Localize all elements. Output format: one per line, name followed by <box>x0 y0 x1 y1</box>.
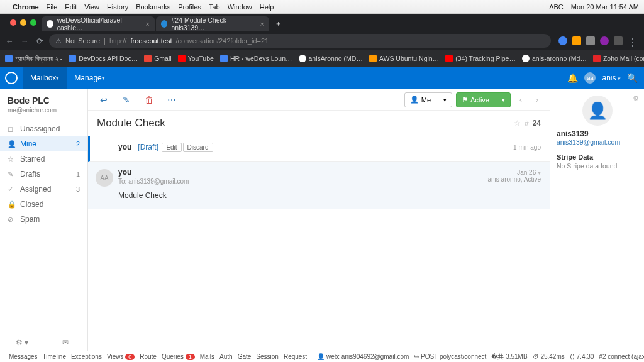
next-conversation-icon[interactable]: › <box>531 96 543 104</box>
discard-draft-button[interactable]: Discard <box>183 143 213 152</box>
sidebar-folder[interactable]: ⊘Spam <box>0 212 87 227</box>
bell-icon[interactable]: 🔔 <box>567 73 578 83</box>
url-host: freescout.test <box>130 37 172 45</box>
folder-label: Closed <box>20 200 43 209</box>
address-bar[interactable]: ⚠ Not Secure | http://freescout.test/con… <box>49 34 551 48</box>
chrome-toolbar: ← → ⟳ ⚠ Not Secure | http://freescout.te… <box>0 31 644 50</box>
debugbar-tab[interactable]: Mails <box>200 353 214 360</box>
mac-menu-view[interactable]: View <box>84 3 99 11</box>
debugbar-tab[interactable]: Views 0 <box>107 353 135 360</box>
bookmark-item[interactable]: anisAronno (MD… <box>299 55 363 62</box>
debugbar-tab[interactable]: Queries 1 <box>162 353 195 360</box>
extension-icon[interactable] <box>586 36 595 45</box>
back-icon[interactable]: ← <box>4 36 15 46</box>
nav-mailbox[interactable]: Mailbox <box>23 67 67 89</box>
star-icon[interactable]: ☆ <box>514 119 521 128</box>
thread-menu-icon[interactable]: ▾ <box>538 169 541 176</box>
debugbar-tab[interactable]: Request <box>284 353 307 360</box>
close-icon[interactable]: × <box>146 20 150 28</box>
mac-menubar: Chrome File Edit View History Bookmarks … <box>0 0 644 14</box>
message-thread-item[interactable]: AA you To: anis3139@gmail.com Jan 26 ▾ a… <box>88 162 550 209</box>
app-logo-icon[interactable] <box>0 67 23 89</box>
bookmark-item[interactable]: Zoho Mail (contac… <box>593 55 644 62</box>
bookmark-item[interactable]: YouTube <box>178 55 214 62</box>
edit-draft-button[interactable]: Edit <box>162 143 181 152</box>
folder-count: 1 <box>76 170 80 178</box>
sidebar-folder[interactable]: ◻Unassigned <box>0 121 87 136</box>
note-icon[interactable]: ✎ <box>117 92 136 108</box>
folder-icon: 🔒 <box>8 200 15 209</box>
customer-name[interactable]: anis3139 <box>557 129 638 138</box>
customer-email[interactable]: anis3139@gmail.com <box>557 138 638 146</box>
debugbar-time: ⏱ 25.42ms <box>533 353 565 360</box>
mac-menu-tab[interactable]: Tab <box>209 3 220 11</box>
user-menu[interactable]: anis <box>602 74 621 82</box>
assignee-dropdown[interactable]: 👤 Me <box>404 92 452 107</box>
bookmark-item[interactable]: AWS Ubuntu Ngin… <box>369 55 439 62</box>
debugbar-tab[interactable]: Session <box>256 353 279 360</box>
debugbar-tab[interactable]: Gate <box>238 353 252 360</box>
reply-icon[interactable]: ↩ <box>94 92 113 108</box>
mac-menu-edit[interactable]: Edit <box>65 3 77 11</box>
window-close-icon[interactable] <box>10 19 16 26</box>
bookmark-item[interactable]: Gmail <box>144 55 171 62</box>
prev-conversation-icon[interactable]: ‹ <box>514 96 527 104</box>
mac-app-name[interactable]: Chrome <box>13 3 39 11</box>
reload-icon[interactable]: ⟳ <box>34 36 45 46</box>
bookmarks-bar: প্রাথমিক বিদ্যালয় ২ - DevDocs API Doc… … <box>0 50 644 67</box>
browser-tab[interactable]: weDevsOfficial/laravel-cashie… × <box>42 16 155 31</box>
bookmark-item[interactable]: anis-aronno (Md… <box>522 55 587 62</box>
bookmark-item[interactable]: HR ‹ weDevs Loun… <box>220 55 292 62</box>
github-icon <box>47 20 53 28</box>
window-minimize-icon[interactable] <box>20 19 26 26</box>
mac-menu-window[interactable]: Window <box>228 3 252 11</box>
mac-menu-profiles[interactable]: Profiles <box>178 3 201 11</box>
security-label: Not Secure <box>65 37 100 45</box>
new-tab-button[interactable]: ＋ <box>270 16 286 31</box>
debugbar[interactable]: Messages Timeline Exceptions Views 0 Rou… <box>0 351 644 362</box>
sidebar-folder[interactable]: 👤Mine2 <box>0 136 87 151</box>
mailbox-name[interactable]: Bode PLC <box>8 96 80 106</box>
sidebar-folder[interactable]: ☆Starred <box>0 151 87 167</box>
chrome-menu-icon[interactable]: ⋮ <box>628 36 636 45</box>
mac-menu-history[interactable]: History <box>107 3 128 11</box>
gear-icon[interactable]: ⚙ <box>633 94 639 102</box>
folder-label: Spam <box>20 215 40 224</box>
debugbar-tab[interactable]: Route <box>140 353 157 360</box>
compose-icon[interactable]: ✉ <box>44 334 88 351</box>
debugbar-tab[interactable]: Exceptions <box>71 353 102 360</box>
nav-manage[interactable]: Manage <box>67 67 112 89</box>
mac-menu-file[interactable]: File <box>47 3 58 11</box>
menubar-input-source[interactable]: ABC <box>549 3 564 11</box>
close-icon[interactable]: × <box>260 20 264 28</box>
thread-date: Jan 26 <box>517 169 536 176</box>
search-icon[interactable]: 🔍 <box>627 73 638 83</box>
sidebar-folder[interactable]: 🔒Closed <box>0 197 87 212</box>
window-zoom-icon[interactable] <box>30 19 36 26</box>
sidebar-folder[interactable]: ✎Drafts1 <box>0 167 87 182</box>
debugbar-tab[interactable]: Auth <box>219 353 233 360</box>
url-path: /conversation/24?folder_id=21 <box>175 37 269 45</box>
extension-icon[interactable] <box>572 36 581 45</box>
bookmark-item[interactable]: DevDocs API Doc… <box>69 55 138 62</box>
stripe-section-body: No Stripe data found <box>557 162 638 170</box>
status-dropdown[interactable]: ⚑ Active <box>456 92 511 107</box>
extension-icon[interactable] <box>600 36 609 45</box>
mac-menu-bookmarks[interactable]: Bookmarks <box>136 3 170 11</box>
extension-icon[interactable] <box>614 36 623 45</box>
debugbar-tab[interactable]: Messages <box>9 353 38 360</box>
avatar[interactable]: aa <box>584 72 596 84</box>
menubar-clock[interactable]: Mon 20 Mar 11:54 AM <box>571 3 639 11</box>
bookmark-item[interactable]: প্রাথমিক বিদ্যালয় ২ - <box>5 55 62 63</box>
sidebar-folder[interactable]: ✓Assigned3 <box>0 182 87 197</box>
delete-icon[interactable]: 🗑 <box>140 92 158 108</box>
more-icon[interactable]: ⋯ <box>162 92 181 108</box>
extension-icon[interactable] <box>558 36 567 45</box>
debugbar-request-selector[interactable]: #2 connect (ajax) (05:54:10) ▾ <box>599 353 644 360</box>
settings-dropdown[interactable]: ⚙ ▾ <box>0 334 44 351</box>
bookmark-item[interactable]: (34) Tracking Pipe… <box>445 55 516 62</box>
debugbar-request: ↪ POST polycast/connect <box>414 353 486 360</box>
browser-tab[interactable]: #24 Module Check - anis3139… × <box>156 16 269 31</box>
debugbar-tab[interactable]: Timeline <box>43 353 66 360</box>
mac-menu-help[interactable]: Help <box>260 3 274 11</box>
